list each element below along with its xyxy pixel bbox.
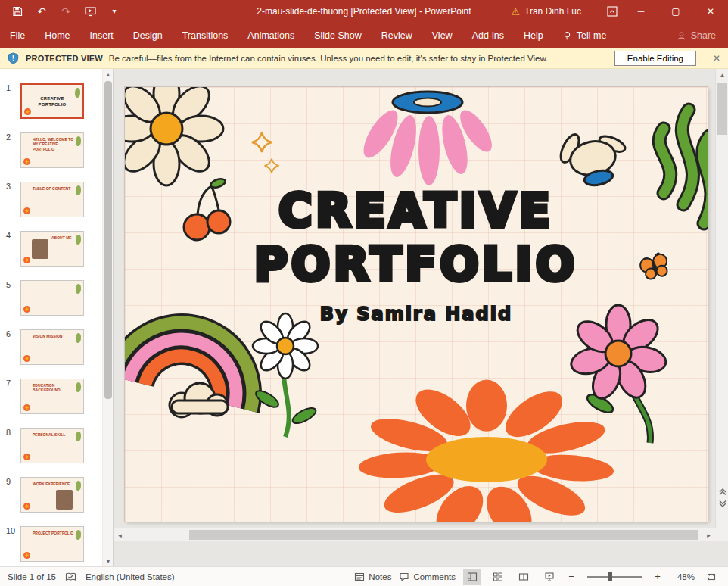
thumbnail-slide-9[interactable]: 9 WORK EXPERIENCE — [0, 477, 113, 513]
slide-1-canvas[interactable]: CREATIVE PORTFOLIO By Samira Hadid — [125, 87, 708, 522]
zoom-out-button[interactable]: − — [566, 571, 577, 582]
thumbnail-slide-1[interactable]: 1 CREATIVE PORTFOLIO — [0, 83, 113, 119]
slide-indicator[interactable]: Slide 1 of 15 — [8, 572, 56, 581]
protected-view-banner: PROTECTED VIEW Be careful—files from the… — [0, 48, 728, 69]
thumbnail-slide-7[interactable]: 7 EDUCATION BACKGROUND — [0, 379, 113, 414]
scroll-left-icon[interactable]: ◂ — [114, 528, 126, 541]
proofing-icon[interactable] — [65, 572, 76, 582]
warning-icon: ⚠ — [511, 7, 520, 17]
title-bar: ↶ ↷ ▾ 2-mau-slide-de-thuong [Protected V… — [0, 0, 728, 23]
pink-anemone-flower — [357, 92, 498, 185]
slide-sorter-view-button[interactable] — [489, 569, 507, 585]
comments-toggle[interactable]: Comments — [399, 572, 456, 582]
tab-review[interactable]: Review — [372, 23, 422, 48]
tell-me-box[interactable]: Tell me — [553, 30, 616, 41]
thumbnail-slide-2[interactable]: 2 HELLO, WELCOME TO MY CREATIVE PORTFOLI… — [0, 132, 113, 168]
thumbnail-slide-3[interactable]: 3 TABLE OF CONTENT — [0, 182, 113, 217]
account-info[interactable]: ⚠ Tran Dinh Luc — [511, 6, 581, 17]
slide-thumbnail-panel: 1 CREATIVE PORTFOLIO 2 HELLO, WELCOME TO… — [0, 69, 114, 566]
shield-icon — [8, 52, 19, 64]
thumbnail-photo — [32, 239, 48, 259]
comments-icon — [399, 572, 409, 582]
thumbnail-slide-8[interactable]: 8 PERSONAL SKILL — [0, 428, 113, 463]
zoom-slider-thumb[interactable] — [608, 572, 612, 581]
tab-insert[interactable]: Insert — [80, 23, 123, 48]
white-daisy-flower — [253, 313, 318, 437]
scroll-right-icon[interactable]: ▸ — [702, 528, 715, 541]
slide-editing-area: CREATIVE PORTFOLIO By Samira Hadid ▲ ▼ ◂… — [114, 69, 728, 566]
person-icon — [677, 31, 686, 41]
previous-slide-button[interactable] — [716, 485, 728, 497]
tab-addins[interactable]: Add-ins — [462, 23, 514, 48]
banner-message: Be careful—files from the Internet can c… — [109, 54, 548, 63]
tab-help[interactable]: Help — [514, 23, 553, 48]
ribbon-display-options-icon[interactable] — [601, 0, 624, 23]
status-bar: Slide 1 of 15 English (United States) No… — [0, 566, 728, 586]
tab-animations[interactable]: Animations — [238, 23, 304, 48]
minimize-button[interactable]: ─ — [624, 0, 658, 23]
start-from-beginning-icon[interactable] — [83, 5, 97, 18]
title-line-1: CREATIVE — [125, 184, 708, 238]
zoom-level[interactable]: 48% — [670, 572, 695, 581]
next-slide-button[interactable] — [716, 497, 728, 510]
undo-icon[interactable]: ↶ — [35, 5, 48, 18]
normal-view-button[interactable] — [463, 569, 481, 585]
language-indicator[interactable]: English (United States) — [86, 572, 175, 581]
thumbnail-slide-5[interactable]: 5 — [0, 280, 113, 316]
thumbnail-photo — [56, 490, 73, 510]
enable-editing-button[interactable]: Enable Editing — [614, 51, 696, 66]
thumbnail-slide-4[interactable]: 4 ABOUT ME — [0, 231, 113, 267]
sparkle-stars-icon — [252, 132, 278, 173]
scrollbar-corner — [715, 528, 728, 541]
thumbnail-slide-10[interactable]: 10 PROJECT PORTFOLIO — [0, 526, 113, 562]
tab-file[interactable]: File — [0, 23, 35, 48]
zoom-slider[interactable] — [587, 576, 642, 578]
horizontal-scrollbar[interactable]: ◂ ▸ — [114, 528, 715, 541]
scroll-up-icon[interactable]: ▲ — [103, 69, 114, 79]
banner-close-icon[interactable]: ✕ — [713, 53, 720, 64]
fit-slide-to-window-button[interactable] — [702, 569, 720, 585]
title-line-2: PORTFOLIO — [125, 238, 708, 291]
slideshow-view-button[interactable] — [540, 569, 558, 585]
vertical-scrollbar-thumb[interactable] — [717, 83, 727, 135]
slide-title[interactable]: CREATIVE PORTFOLIO By Samira Hadid — [125, 184, 708, 325]
thumbnail-slide-6[interactable]: 6 VISION MISSION — [0, 329, 113, 365]
tab-home[interactable]: Home — [35, 23, 79, 48]
thumbnail-scrollbar-thumb[interactable] — [104, 81, 112, 399]
vertical-scrollbar[interactable]: ▲ ▼ — [715, 69, 728, 541]
banner-label: PROTECTED VIEW — [26, 54, 103, 63]
scroll-down-icon[interactable]: ▼ — [103, 556, 114, 566]
zoom-in-button[interactable]: + — [652, 571, 663, 582]
shaka-hand-sticker — [552, 120, 635, 192]
maximize-button[interactable]: ▢ — [658, 0, 693, 23]
notes-icon — [354, 572, 365, 582]
redo-icon: ↷ — [59, 5, 73, 18]
tab-transitions[interactable]: Transitions — [173, 23, 238, 48]
close-button[interactable]: ✕ — [693, 0, 728, 23]
orange-flower-big — [356, 380, 617, 522]
save-icon[interactable] — [11, 5, 24, 18]
scroll-up-icon[interactable]: ▲ — [716, 69, 728, 82]
tab-design[interactable]: Design — [123, 23, 173, 48]
thumbnail-panel-scrollbar[interactable]: ▲ ▼ — [102, 69, 113, 566]
tab-slideshow[interactable]: Slide Show — [304, 23, 372, 48]
share-button[interactable]: Share — [677, 30, 728, 41]
horizontal-scrollbar-thumb[interactable] — [189, 530, 698, 540]
slide-byline: By Samira Hadid — [125, 304, 708, 325]
lightbulb-icon — [562, 31, 572, 41]
account-name: Tran Dinh Luc — [524, 6, 581, 17]
tab-view[interactable]: View — [422, 23, 462, 48]
notes-toggle[interactable]: Notes — [354, 572, 391, 582]
qat-customize-caret-icon[interactable]: ▾ — [107, 5, 121, 18]
ribbon-tab-bar: File Home Insert Design Transitions Anim… — [0, 23, 728, 48]
quick-access-toolbar: ↶ ↷ ▾ — [0, 5, 121, 18]
reading-view-button[interactable] — [515, 569, 533, 585]
daisy-flower-topleft — [125, 87, 223, 185]
